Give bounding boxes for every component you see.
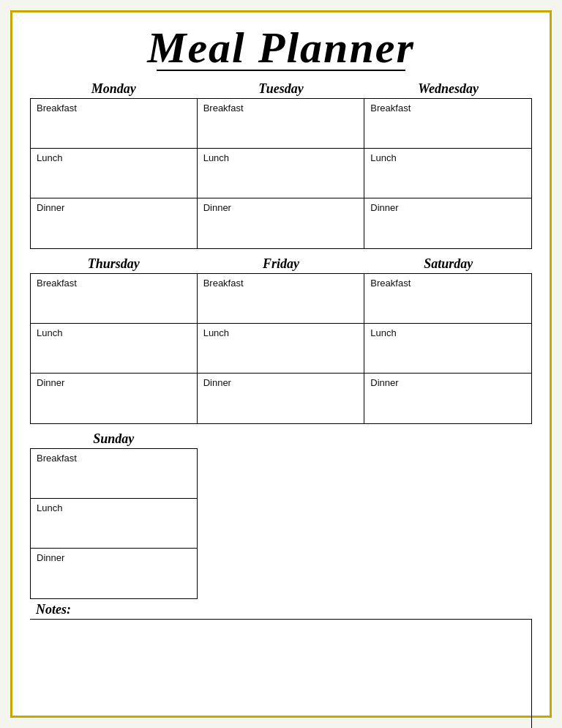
- sunday-dinner-cell[interactable]: Dinner: [31, 549, 197, 598]
- monday-lunch-cell[interactable]: Lunch: [31, 149, 197, 198]
- saturday-dinner-cell[interactable]: Dinner: [364, 374, 531, 423]
- thursday-lunch-cell[interactable]: Lunch: [31, 324, 197, 374]
- tuesday-column: Breakfast Lunch Dinner: [198, 98, 365, 249]
- week-row-2: Thursday Friday Saturday Breakfast Lunch…: [30, 253, 532, 424]
- sunday-column: Breakfast Lunch Dinner: [30, 448, 198, 599]
- sunday-lunch-label: Lunch: [37, 502, 191, 513]
- saturday-breakfast-label: Breakfast: [370, 278, 525, 289]
- notes-section: Notes:: [30, 599, 532, 728]
- wednesday-dinner-label: Dinner: [370, 202, 525, 213]
- wednesday-dinner-cell[interactable]: Dinner: [364, 198, 531, 248]
- wednesday-breakfast-label: Breakfast: [370, 103, 525, 114]
- sunday-breakfast-cell[interactable]: Breakfast: [31, 449, 197, 499]
- day-cells-row1: Breakfast Lunch Dinner Breakfast Lunch D…: [30, 98, 532, 249]
- bottom-section: Sunday Breakfast Lunch Dinner Notes:: [30, 428, 532, 728]
- monday-breakfast-cell[interactable]: Breakfast: [31, 99, 197, 149]
- thursday-breakfast-cell[interactable]: Breakfast: [31, 274, 197, 324]
- friday-column: Breakfast Lunch Dinner: [198, 273, 365, 424]
- wednesday-lunch-cell[interactable]: Lunch: [364, 149, 531, 198]
- friday-lunch-cell[interactable]: Lunch: [198, 324, 364, 374]
- thursday-dinner-label: Dinner: [37, 377, 191, 388]
- title-underline: [157, 70, 405, 71]
- day-sunday-header: Sunday: [30, 428, 198, 448]
- sunday-breakfast-label: Breakfast: [37, 453, 191, 464]
- day-monday-header: Monday: [30, 78, 198, 98]
- saturday-lunch-label: Lunch: [370, 327, 525, 338]
- notes-header: Notes:: [30, 599, 532, 619]
- thursday-lunch-label: Lunch: [37, 327, 191, 338]
- meal-planner-page: Meal Planner Monday Tuesday Wednesday Br…: [10, 10, 552, 718]
- friday-breakfast-label: Breakfast: [203, 278, 359, 289]
- saturday-breakfast-cell[interactable]: Breakfast: [364, 274, 531, 324]
- monday-column: Breakfast Lunch Dinner: [30, 98, 198, 249]
- friday-breakfast-cell[interactable]: Breakfast: [198, 274, 364, 324]
- wednesday-breakfast-cell[interactable]: Breakfast: [364, 99, 531, 149]
- day-headers-row1: Monday Tuesday Wednesday: [30, 78, 532, 98]
- thursday-dinner-cell[interactable]: Dinner: [31, 374, 197, 423]
- tuesday-dinner-label: Dinner: [203, 202, 359, 213]
- week-row-1: Monday Tuesday Wednesday Breakfast Lunch…: [30, 78, 532, 249]
- saturday-column: Breakfast Lunch Dinner: [364, 273, 532, 424]
- saturday-lunch-cell[interactable]: Lunch: [364, 324, 531, 374]
- tuesday-lunch-cell[interactable]: Lunch: [198, 149, 364, 198]
- tuesday-dinner-cell[interactable]: Dinner: [198, 198, 364, 248]
- sunday-section: Sunday Breakfast Lunch Dinner: [30, 428, 198, 599]
- page-title: Meal Planner: [147, 26, 415, 70]
- monday-breakfast-label: Breakfast: [37, 103, 191, 114]
- day-wednesday-header: Wednesday: [364, 78, 532, 98]
- wednesday-column: Breakfast Lunch Dinner: [364, 98, 532, 249]
- thursday-breakfast-label: Breakfast: [37, 278, 191, 289]
- day-cells-row2: Breakfast Lunch Dinner Breakfast Lunch D…: [30, 273, 532, 424]
- friday-dinner-label: Dinner: [203, 377, 359, 388]
- friday-dinner-cell[interactable]: Dinner: [198, 374, 364, 423]
- monday-dinner-cell[interactable]: Dinner: [31, 198, 197, 248]
- day-tuesday-header: Tuesday: [198, 78, 365, 98]
- day-saturday-header: Saturday: [364, 253, 532, 273]
- notes-box[interactable]: [30, 619, 532, 728]
- day-headers-row2: Thursday Friday Saturday: [30, 253, 532, 273]
- saturday-dinner-label: Dinner: [370, 377, 525, 388]
- day-thursday-header: Thursday: [30, 253, 198, 273]
- monday-lunch-label: Lunch: [37, 152, 191, 163]
- day-friday-header: Friday: [198, 253, 365, 273]
- monday-dinner-label: Dinner: [37, 202, 191, 213]
- friday-lunch-label: Lunch: [203, 327, 359, 338]
- tuesday-breakfast-cell[interactable]: Breakfast: [198, 99, 364, 149]
- thursday-column: Breakfast Lunch Dinner: [30, 273, 198, 424]
- sunday-lunch-cell[interactable]: Lunch: [31, 499, 197, 549]
- sunday-dinner-label: Dinner: [37, 552, 191, 563]
- wednesday-lunch-label: Lunch: [370, 152, 525, 163]
- tuesday-breakfast-label: Breakfast: [203, 103, 359, 114]
- tuesday-lunch-label: Lunch: [203, 152, 359, 163]
